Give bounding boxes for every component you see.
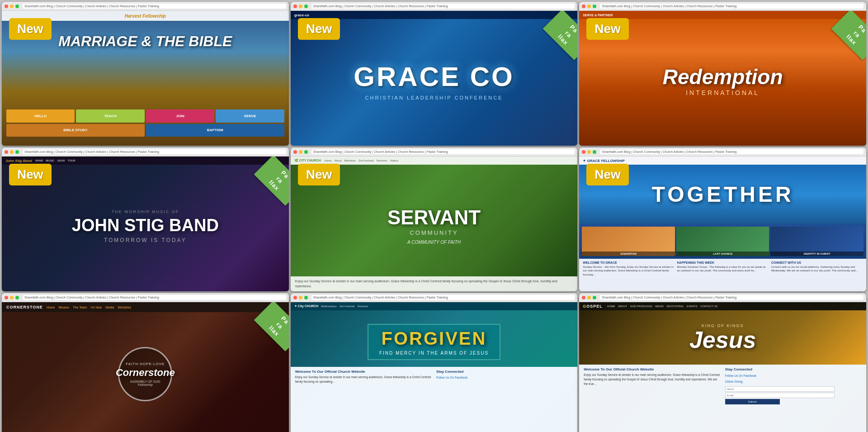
connected-title: Stay Connected bbox=[436, 370, 573, 374]
col-title: CONNECT WITH US bbox=[771, 261, 863, 264]
parallax-label: Parallax bbox=[254, 302, 289, 351]
thumb-row: SAMARITAN LAST CHANCE IDENTITY IN CHRIST bbox=[579, 227, 866, 256]
nav-logo: ✦ City CHURCH bbox=[294, 304, 318, 308]
card-subtitle: INTERNATIONAL bbox=[686, 89, 760, 96]
menu-hello[interactable]: HELLO bbox=[6, 109, 75, 123]
form-name[interactable] bbox=[725, 386, 835, 392]
menu-serve[interactable]: SERVE bbox=[216, 109, 284, 123]
browser-min-dot bbox=[587, 5, 591, 8]
connected-link2[interactable]: Online Giving bbox=[725, 379, 862, 385]
card-servant-community[interactable]: Sharefaith.com Blog | Church Community |… bbox=[291, 147, 578, 291]
browser-min-dot bbox=[299, 150, 302, 154]
browser-max-dot bbox=[15, 5, 19, 8]
browser-close-dot bbox=[5, 150, 8, 154]
thumb-lastchance: LAST CHANCE bbox=[676, 227, 769, 256]
browser-url: Sharefaith.com Blog | Church Community |… bbox=[23, 295, 286, 300]
card-grace-fellowship[interactable]: Sharefaith.com Blog | Church Community |… bbox=[579, 147, 866, 291]
browser-min-dot bbox=[299, 296, 302, 299]
hero-banner: FORGIVEN FIND MERCY IN THE ARMS OF JESUS bbox=[291, 310, 578, 374]
parallax-ribbon: Parallax bbox=[235, 157, 289, 211]
parallax-label: Parallax bbox=[831, 11, 866, 60]
browser-bar: Sharefaith.com Blog | Church Community |… bbox=[291, 147, 578, 157]
faith-text: A COMMUNITY OF FAITH bbox=[407, 240, 461, 245]
browser-url: Sharefaith.com Blog | Church Community |… bbox=[600, 295, 863, 300]
card-subtitle: TOMORROW IS TODAY bbox=[104, 237, 187, 243]
menu-bible[interactable]: BIBLE STUDY bbox=[6, 124, 145, 137]
browser-url: Sharefaith.com Blog | Church Community |… bbox=[23, 4, 286, 9]
connected-link1[interactable]: Follow Us On Facebook bbox=[725, 373, 862, 379]
menu-grid: HELLO TEACH JOIN SERVE BIBLE STUDY BAPTI… bbox=[6, 109, 284, 137]
browser-min-dot bbox=[587, 296, 591, 299]
form-email[interactable] bbox=[725, 393, 835, 398]
circle-subtitle: ASSEMBLY OF GOD bbox=[116, 380, 175, 383]
card-title: JOHN STIG BAND bbox=[72, 216, 219, 235]
welcome-title: Welcome To Our Official Church Website bbox=[584, 367, 720, 371]
browser-bar: Sharefaith.com Blog | Church Community |… bbox=[579, 2, 866, 11]
new-badge: New bbox=[586, 164, 629, 185]
bottom-connected: Stay Connected Follow Us On Facebook Onl… bbox=[725, 367, 862, 432]
browser-close-dot bbox=[293, 150, 297, 154]
nav-logo: ✦ GRACE FELLOWSHIP bbox=[583, 159, 625, 163]
browser-max-dot bbox=[15, 150, 19, 154]
new-badge: New bbox=[298, 18, 340, 40]
new-badge: New bbox=[9, 18, 52, 40]
thumb-label: IDENTITY IN CHRIST bbox=[770, 252, 863, 256]
card-content: New 🌿 CITY CHURCH Home About Ministries … bbox=[291, 157, 578, 291]
browser-bar: Sharefaith.com Blog | Church Community |… bbox=[2, 147, 289, 157]
connected-link[interactable]: Follow Us On Facebook bbox=[436, 375, 573, 380]
bottom-content: Welcome To Our Official Church Website E… bbox=[291, 367, 578, 432]
browser-min-dot bbox=[587, 150, 591, 154]
form-submit[interactable]: Submit bbox=[725, 399, 780, 404]
card-title: Jesus bbox=[689, 328, 756, 351]
card-content: GOSPEL HOME ABOUT GOD PRODUCED MEDIA DEV… bbox=[579, 302, 866, 432]
nav-items: Wednesdays Get Involved Sermons bbox=[321, 305, 368, 308]
browser-close-dot bbox=[293, 296, 297, 299]
circle-logo: FAITH·HOPE·LOVE Cornerstone ASSEMBLY OF … bbox=[118, 347, 172, 401]
card-redemption[interactable]: Sharefaith.com Blog | Church Community |… bbox=[579, 2, 866, 146]
browser-url: Sharefaith.com Blog | Church Community |… bbox=[600, 4, 863, 9]
bottom-welcome: Welcome To Our Official Church Website E… bbox=[584, 367, 720, 432]
card-subtitle: FIND MERCY IN THE ARMS OF JESUS bbox=[379, 351, 489, 356]
bottom-text: Enjoy our Sunday Service at sinister in … bbox=[295, 279, 573, 289]
parallax-ribbon: Parallax bbox=[523, 11, 577, 65]
menu-join[interactable]: JOIN bbox=[146, 109, 214, 123]
browser-max-dot bbox=[15, 296, 19, 299]
browser-url: Sharefaith.com Blog | Church Community |… bbox=[311, 149, 575, 154]
browser-min-dot bbox=[10, 150, 14, 154]
card-title: SERVANT bbox=[387, 208, 481, 228]
welcome-text: Enjoy our Sunday Service at sinister in … bbox=[295, 375, 432, 384]
thumb-label: SAMARITAN bbox=[582, 252, 675, 256]
col-text: Connect with us via our social platforms… bbox=[771, 265, 863, 273]
menu-teach[interactable]: TEACH bbox=[76, 109, 144, 123]
card-content: New Parallax John Stig Band BAND MUSIC G… bbox=[2, 157, 289, 291]
bottom-col-welcome: WELCOME TO GRACE Sunday Service - Join f… bbox=[583, 261, 674, 289]
browser-min-dot bbox=[10, 5, 14, 8]
parallax-label: Parallax bbox=[542, 11, 577, 60]
card-harvest-fellowship[interactable]: Sharefaith.com Blog | Church Community |… bbox=[2, 2, 289, 146]
new-badge: New bbox=[586, 18, 629, 40]
card-title: Marriage & The Bible bbox=[58, 33, 232, 49]
template-grid: Sharefaith.com Blog | Church Community |… bbox=[0, 0, 868, 432]
browser-max-dot bbox=[304, 150, 308, 154]
card-grace-co[interactable]: Sharefaith.com Blog | Church Community |… bbox=[291, 2, 578, 146]
thumb-label: LAST CHANCE bbox=[676, 252, 769, 256]
card-title: TOGETHER bbox=[652, 182, 794, 207]
bottom-welcome: Welcome To Our Official Church Website E… bbox=[295, 370, 432, 432]
card-cornerstone[interactable]: Sharefaith.com Blog | Church Community |… bbox=[2, 293, 289, 432]
card-city-church-forgiven[interactable]: Sharefaith.com Blog | Church Community |… bbox=[291, 293, 578, 432]
site-nav: ✦ City CHURCH Wednesdays Get Involved Se… bbox=[291, 302, 578, 310]
nav-items: HOME ABOUT GOD PRODUCED MEDIA DEVOTIONAL… bbox=[607, 305, 718, 308]
card-content: New ✦ GRACE FELLOWSHIP TOGETHER SAMARITA… bbox=[579, 157, 866, 291]
menu-baptism[interactable]: BAPTISM bbox=[146, 124, 284, 137]
card-gospel-jesus[interactable]: Sharefaith.com Blog | Church Community |… bbox=[579, 293, 866, 432]
card-subtitle: CHRISTIAN LEADERSHIP CONFERENCE bbox=[365, 95, 503, 100]
bottom-content: Enjoy our Sunday Service at sinister in … bbox=[291, 276, 578, 291]
card-john-stig-band[interactable]: Sharefaith.com Blog | Church Community |… bbox=[2, 147, 289, 291]
new-badge: New bbox=[9, 164, 52, 185]
nav-logo: grace-co bbox=[294, 13, 309, 17]
browser-close-dot bbox=[5, 296, 8, 299]
card-title: GRACE CO bbox=[354, 61, 514, 92]
browser-bar: Sharefaith.com Blog | Church Community |… bbox=[291, 2, 578, 11]
browser-close-dot bbox=[582, 150, 585, 154]
circle-text: FAITH·HOPE·LOVE Cornerstone ASSEMBLY OF … bbox=[116, 362, 175, 386]
